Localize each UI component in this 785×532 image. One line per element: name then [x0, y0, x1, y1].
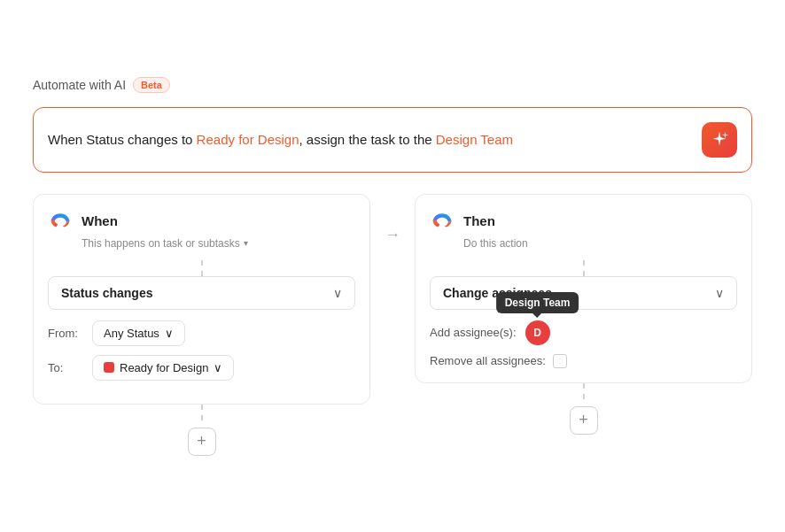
when-card-header: When: [48, 209, 355, 234]
from-field-row: From: Any Status ∨: [48, 320, 355, 346]
then-column: Then Do this action Change assignees ∨ A…: [415, 194, 752, 435]
prompt-text-middle: , assign the task to the: [299, 132, 436, 147]
when-plus-button[interactable]: +: [188, 428, 216, 456]
then-card-title: Then: [463, 213, 495, 228]
two-column-area: When This happens on task or subtasks ▾ …: [33, 194, 752, 456]
dashed-connector-then-top: [583, 260, 585, 276]
from-value-dropdown[interactable]: Any Status ∨: [92, 320, 185, 346]
ai-prompt-box: When Status changes to Ready for Design,…: [33, 107, 752, 173]
status-changes-chevron: ∨: [333, 286, 342, 300]
when-subtitle-chevron: ▾: [244, 238, 248, 248]
flow-arrow: →: [385, 226, 400, 244]
main-container: Automate with AI Beta When Status change…: [12, 56, 773, 477]
status-changes-dropdown[interactable]: Status changes ∨: [48, 276, 355, 310]
dashed-connector-then-bottom: [583, 383, 585, 399]
sparkle-icon: [710, 130, 729, 150]
when-card-subtitle[interactable]: This happens on task or subtasks ▾: [82, 237, 355, 250]
change-assignees-chevron: ∨: [715, 286, 724, 300]
assignee-avatar[interactable]: D Design Team: [525, 320, 550, 345]
then-plus-row: +: [415, 406, 752, 435]
dashed-connector-when-top: [201, 260, 203, 276]
from-chevron: ∨: [165, 327, 174, 340]
when-subtitle-text: This happens on task or subtasks: [82, 237, 240, 250]
remove-assignees-label: Remove all assignees:: [430, 354, 546, 367]
then-subtitle-text: Do this action: [463, 237, 528, 250]
arrow-column: →: [385, 194, 400, 244]
to-label: To:: [48, 361, 83, 374]
beta-badge: Beta: [133, 77, 170, 93]
prompt-highlight2: Design Team: [436, 132, 513, 147]
to-value-text: Ready for Design: [120, 361, 208, 374]
then-card: Then Do this action Change assignees ∨ A…: [415, 194, 752, 383]
then-plus-button[interactable]: +: [570, 406, 598, 435]
then-card-header: Then: [430, 209, 737, 234]
header: Automate with AI Beta: [33, 77, 752, 93]
when-card-title: When: [82, 213, 118, 228]
from-label: From:: [48, 327, 83, 340]
change-assignees-dropdown[interactable]: Change assignees ∨: [430, 276, 737, 310]
remove-assignees-checkbox[interactable]: [553, 354, 567, 368]
header-title: Automate with AI: [33, 78, 126, 92]
clickup-icon-when: [48, 209, 73, 234]
prompt-text-before: When Status changes to: [48, 132, 197, 147]
from-value-text: Any Status: [104, 327, 159, 340]
change-assignees-label: Change assignees: [443, 286, 552, 300]
status-color-dot: [104, 362, 114, 373]
to-field-row: To: Ready for Design ∨: [48, 355, 355, 381]
when-plus-row: +: [33, 428, 370, 456]
remove-assignees-row: Remove all assignees:: [430, 354, 737, 368]
dashed-connector-when-bottom: [201, 405, 203, 420]
add-assignees-row: Add assignee(s): D Design Team: [430, 320, 737, 345]
ai-sparkle-button[interactable]: [702, 122, 737, 158]
when-card: When This happens on task or subtasks ▾ …: [33, 194, 370, 405]
to-value-dropdown[interactable]: Ready for Design ∨: [92, 355, 234, 381]
to-chevron: ∨: [214, 361, 222, 374]
clickup-icon-then: [430, 209, 455, 234]
add-assignees-label: Add assignee(s):: [430, 326, 517, 339]
status-changes-label: Status changes: [61, 286, 152, 300]
ai-prompt-text: When Status changes to Ready for Design,…: [48, 130, 513, 149]
when-column: When This happens on task or subtasks ▾ …: [33, 194, 370, 456]
prompt-highlight1: Ready for Design: [197, 132, 299, 147]
assignee-initial: D: [533, 327, 541, 339]
then-card-subtitle: Do this action: [463, 237, 737, 250]
